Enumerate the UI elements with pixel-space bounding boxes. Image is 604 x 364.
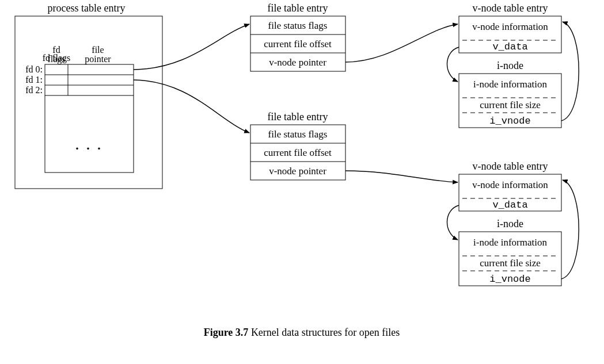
- kernel-structures-diagram: process table entry fd flags fd flags fi…: [0, 0, 604, 364]
- svg-text:v-node information: v-node information: [472, 21, 548, 32]
- svg-text:i-node information: i-node information: [473, 79, 547, 90]
- fd-ellipsis: . . .: [75, 138, 103, 152]
- svg-text:fd: fd: [52, 45, 60, 55]
- arrow-ft2-to-vnode2: [345, 171, 458, 182]
- arrow-fd0-to-ft1: [134, 24, 249, 70]
- file-table-entry-2: file table entry file status flags curre…: [250, 111, 345, 180]
- svg-text:current file offset: current file offset: [264, 147, 332, 158]
- svg-rect-5: [45, 64, 134, 173]
- fd2-label: fd 2:: [25, 85, 43, 95]
- svg-text:v_data: v_data: [492, 200, 527, 210]
- file-table-2-title: file table entry: [268, 111, 328, 122]
- arrow-vdata2-to-inode2: [447, 205, 459, 240]
- arrow-fd1-to-ft2: [134, 80, 249, 133]
- inode-2-title: i-node: [497, 218, 523, 229]
- svg-text:v-node pointer: v-node pointer: [269, 166, 326, 177]
- vnode-entry-2: v-node table entry v-node information v_…: [459, 160, 561, 211]
- svg-text:i-node information: i-node information: [473, 237, 547, 248]
- inode-entry-1: i-node i-node information current file s…: [459, 60, 561, 128]
- svg-text:i_vnode: i_vnode: [489, 116, 530, 127]
- figure-caption: Figure 3.7 Kernel data structures for op…: [204, 327, 400, 338]
- svg-text:i_vnode: i_vnode: [489, 274, 530, 285]
- svg-text:file status flags: file status flags: [268, 129, 328, 140]
- arrow-vdata1-to-inode1: [447, 47, 459, 82]
- file-table-entry-1: file table entry file status flags curre…: [250, 2, 345, 71]
- svg-text:v_data: v_data: [492, 41, 527, 52]
- svg-text:file: file: [92, 45, 104, 55]
- vnode-1-title: v-node table entry: [473, 2, 548, 14]
- svg-rect-0: [15, 16, 162, 189]
- svg-text:file status flags: file status flags: [268, 20, 328, 31]
- svg-text:current file offset: current file offset: [264, 39, 332, 49]
- svg-text:v-node pointer: v-node pointer: [269, 57, 326, 68]
- vnode-entry-1: v-node table entry v-node information v_…: [459, 2, 561, 53]
- vnode-2-title: v-node table entry: [473, 160, 548, 172]
- fd1-label: fd 1:: [25, 75, 43, 85]
- svg-text:current file size: current file size: [480, 99, 541, 110]
- process-table-title: process table entry: [48, 2, 126, 14]
- svg-text:pointer: pointer: [85, 54, 111, 64]
- svg-text:flags: flags: [47, 54, 65, 64]
- svg-text:v-node information: v-node information: [472, 179, 548, 190]
- fd0-label: fd 0:: [25, 64, 43, 74]
- file-table-1-title: file table entry: [268, 2, 328, 14]
- arrow-ivnode1-to-vnode1: [561, 22, 579, 121]
- process-table-entry: process table entry fd flags fd flags fi…: [15, 2, 162, 189]
- inode-1-title: i-node: [497, 60, 523, 71]
- arrow-ivnode2-to-vnode2: [561, 180, 579, 279]
- inode-entry-2: i-node i-node information current file s…: [459, 218, 561, 286]
- arrow-ft1-to-vnode1: [345, 24, 458, 62]
- svg-text:current file size: current file size: [480, 258, 541, 269]
